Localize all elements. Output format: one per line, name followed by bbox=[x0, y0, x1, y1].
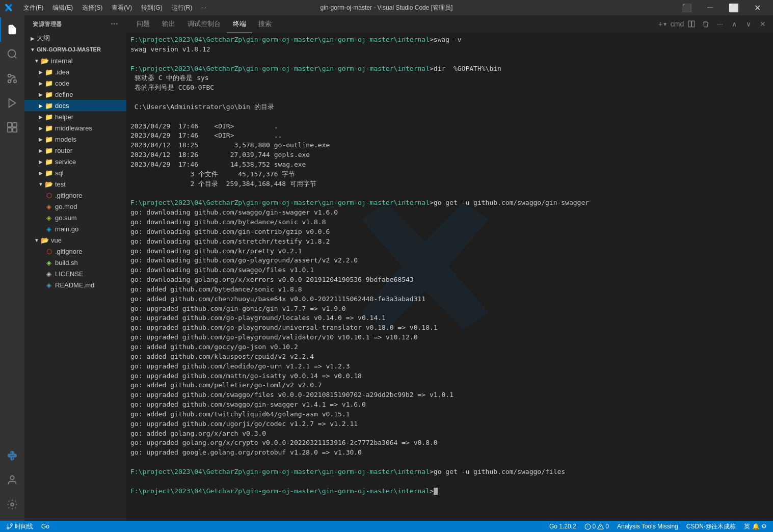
tab-issues-label: 问题 bbox=[137, 19, 150, 29]
menu-file[interactable]: 文件(F) bbox=[19, 3, 47, 13]
lang-label: 英 🔔 ⚙ bbox=[744, 522, 767, 531]
sidebar-item-idea[interactable]: ▶ 📁 .idea bbox=[24, 66, 126, 77]
activity-extensions[interactable] bbox=[0, 115, 24, 140]
sidebar-item-code[interactable]: ▶ 📁 code bbox=[24, 77, 126, 89]
gomod-space bbox=[37, 202, 45, 210]
terminal-trash-btn[interactable] bbox=[700, 18, 712, 30]
statusbar: 时间线 Go Go 1.20.2 0 0 Analysis Tools Miss… bbox=[0, 521, 773, 532]
code-label: code bbox=[55, 79, 69, 87]
sidebar-item-vue-gitignore[interactable]: ⬡ .gitignore bbox=[24, 246, 126, 257]
sidebar-item-vue[interactable]: ▼ 📂 vue bbox=[24, 234, 126, 246]
tab-terminal[interactable]: 终端 bbox=[227, 15, 252, 33]
error-icon bbox=[584, 523, 591, 530]
svg-point-11 bbox=[11, 503, 14, 506]
terminal-add-btn[interactable]: + ▼ bbox=[657, 18, 669, 30]
statusbar-errors[interactable]: 0 0 bbox=[582, 521, 611, 532]
terminal-content[interactable]: F:\project\2023\04\GetcharZp\gin-gorm-oj… bbox=[126, 33, 773, 521]
menu-view[interactable]: 查看(V) bbox=[108, 3, 136, 13]
sidebar-more-icon[interactable]: ··· bbox=[111, 19, 118, 29]
terminal-chevron-up-btn[interactable]: ∧ bbox=[728, 18, 740, 30]
sidebar-item-maingo[interactable]: ◈ main.go bbox=[24, 223, 126, 234]
vue-git-icon: ⬡ bbox=[45, 247, 53, 255]
sh-file-icon: ◈ bbox=[45, 258, 53, 267]
tab-debug-console[interactable]: 调试控制台 bbox=[181, 15, 227, 33]
vue-gitignore-label: .gitignore bbox=[55, 248, 82, 255]
sidebar-item-gomod[interactable]: ◈ go.mod bbox=[24, 201, 126, 212]
activity-debug[interactable] bbox=[0, 91, 24, 115]
go-label: Go bbox=[41, 523, 49, 530]
terminal-output: F:\project\2023\04\GetcharZp\gin-gorm-oj… bbox=[130, 35, 769, 496]
sidebar-item-router[interactable]: ▶ 📁 router bbox=[24, 145, 126, 156]
activity-git[interactable] bbox=[0, 66, 24, 91]
root-label: GIN-GORM-OJ-MASTER bbox=[37, 46, 101, 52]
readme-label: README.md bbox=[55, 281, 94, 289]
window-minimize-btn[interactable]: ─ bbox=[699, 0, 722, 15]
more-icon: ··· bbox=[717, 20, 723, 28]
sidebar-item-helper[interactable]: ▶ 📁 helper bbox=[24, 111, 126, 122]
define-label: define bbox=[55, 91, 73, 98]
sum-file-icon: ◈ bbox=[45, 214, 53, 222]
sidebar-header: 资源管理器 ··· bbox=[24, 15, 126, 33]
window-layout-btn[interactable]: ⬛ bbox=[675, 0, 699, 15]
activity-settings[interactable] bbox=[0, 492, 24, 517]
statusbar-go[interactable]: Go bbox=[39, 521, 51, 532]
activity-account[interactable] bbox=[0, 468, 24, 492]
statusbar-branch[interactable]: 时间线 bbox=[4, 521, 35, 532]
sidebar-item-buildsh[interactable]: ◈ build.sh bbox=[24, 257, 126, 268]
folder-icon-helper: 📁 bbox=[45, 113, 53, 121]
statusbar-lang[interactable]: 英 🔔 ⚙ bbox=[742, 521, 769, 532]
svg-rect-7 bbox=[13, 123, 17, 127]
menu-more[interactable]: ··· bbox=[197, 3, 210, 12]
define-arrow-icon: ▶ bbox=[37, 90, 45, 98]
statusbar-user[interactable]: CSDN·@往木成栋 bbox=[684, 521, 738, 532]
statusbar-version[interactable]: Go 1.20.2 bbox=[547, 521, 578, 532]
sidebar-item-license[interactable]: ◈ LICENSE bbox=[24, 268, 126, 279]
sidebar-item-internal[interactable]: ▼ 📂 internal bbox=[24, 55, 126, 66]
sidebar-item-docs[interactable]: ▶ 📁 docs bbox=[24, 100, 126, 111]
terminal-more-btn[interactable]: ··· bbox=[714, 18, 726, 30]
terminal-close-panel-btn[interactable]: ✕ bbox=[757, 18, 769, 30]
folder-icon-models: 📁 bbox=[45, 135, 53, 143]
sidebar-item-gosum[interactable]: ◈ go.sum bbox=[24, 212, 126, 223]
sidebar-item-define[interactable]: ▶ 📁 define bbox=[24, 89, 126, 100]
sidebar-item-sql[interactable]: ▶ 📁 sql bbox=[24, 167, 126, 178]
tab-output[interactable]: 输出 bbox=[156, 15, 181, 33]
activity-explorer[interactable] bbox=[0, 17, 24, 42]
svg-rect-9 bbox=[13, 128, 17, 132]
terminal-tab-icons: + ▼ cmd bbox=[657, 18, 769, 30]
gitignore-space bbox=[37, 191, 45, 199]
menu-select[interactable]: 选择(S) bbox=[78, 3, 106, 13]
activity-search[interactable] bbox=[0, 42, 24, 66]
menu-goto[interactable]: 转到(G) bbox=[137, 3, 166, 13]
terminal-chevron-down-btn[interactable]: ∨ bbox=[742, 18, 755, 30]
md-file-icon: ◈ bbox=[45, 281, 53, 289]
window-close-btn[interactable]: ✕ bbox=[745, 0, 769, 15]
sidebar-item-service[interactable]: ▶ 📁 service bbox=[24, 156, 126, 167]
sidebar-item-gitignore[interactable]: ⬡ .gitignore bbox=[24, 190, 126, 201]
tab-issues[interactable]: 问题 bbox=[130, 15, 156, 33]
tab-search[interactable]: 搜索 bbox=[252, 15, 278, 33]
terminal-split-btn[interactable] bbox=[685, 18, 698, 30]
sidebar-item-test[interactable]: ▼ 📂 test bbox=[24, 178, 126, 190]
menu-run[interactable]: 运行(R) bbox=[168, 3, 197, 13]
sidebar-item-models[interactable]: ▶ 📁 models bbox=[24, 134, 126, 145]
svg-point-10 bbox=[10, 476, 14, 480]
terminal-tabs-bar: 问题 输出 调试控制台 终端 搜索 bbox=[126, 15, 773, 33]
sidebar-section-root[interactable]: ▼ GIN-GORM-OJ-MASTER bbox=[24, 44, 126, 55]
svg-point-16 bbox=[7, 527, 9, 529]
main-layout: 资源管理器 ··· ▶ 大纲 ▼ GIN-GORM-OJ-MASTER ▼ 📂 … bbox=[0, 15, 773, 521]
menu-edit[interactable]: 编辑(E) bbox=[48, 3, 77, 13]
svg-rect-8 bbox=[8, 128, 12, 132]
folder-icon-router: 📁 bbox=[45, 146, 53, 154]
folder-icon-service: 📁 bbox=[45, 157, 53, 166]
window-restore-btn[interactable]: ⬜ bbox=[722, 0, 745, 15]
svg-point-15 bbox=[11, 524, 13, 526]
sidebar-item-middlewares[interactable]: ▶ 📁 middlewares bbox=[24, 122, 126, 134]
sidebar-item-readme[interactable]: ◈ README.md bbox=[24, 279, 126, 290]
terminal-cmd-btn[interactable]: cmd bbox=[671, 18, 683, 30]
svg-point-0 bbox=[8, 50, 16, 58]
python-icon bbox=[7, 450, 18, 461]
sidebar-section-outline[interactable]: ▶ 大纲 bbox=[24, 33, 126, 44]
statusbar-analysis[interactable]: Analysis Tools Missing bbox=[615, 521, 680, 532]
activity-python[interactable] bbox=[0, 443, 24, 468]
